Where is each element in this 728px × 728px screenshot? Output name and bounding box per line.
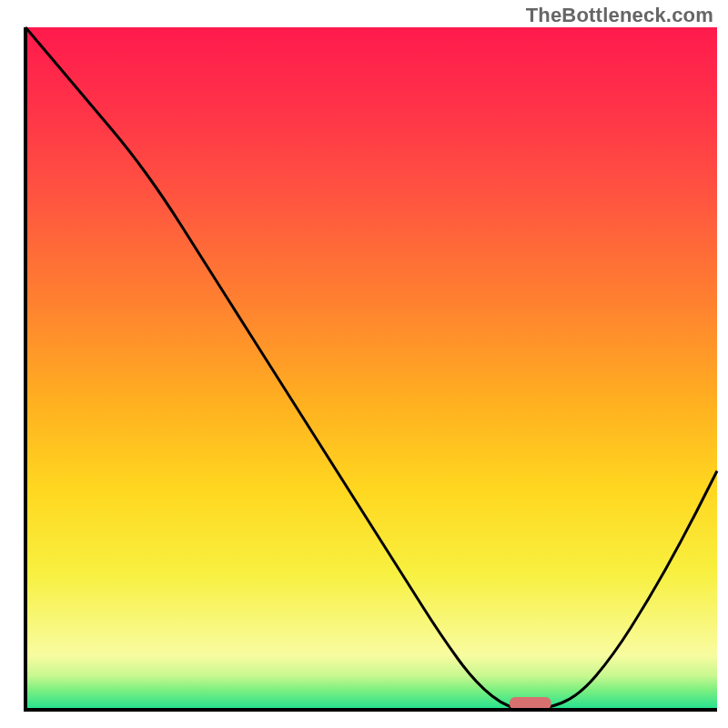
plot-background <box>25 27 717 710</box>
optimal-marker <box>510 697 551 710</box>
chart-container: TheBottleneck.com <box>0 0 728 728</box>
bottleneck-chart <box>0 0 728 728</box>
watermark-label: TheBottleneck.com <box>526 4 713 27</box>
